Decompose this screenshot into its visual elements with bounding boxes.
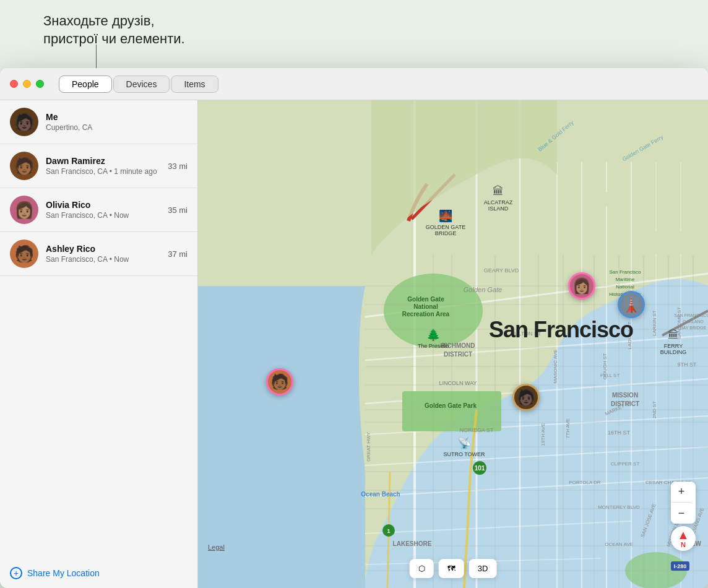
- pin-avatar-olivia: 👩🏽: [568, 272, 595, 300]
- map-pin-ferry-person[interactable]: 🗼: [618, 291, 645, 318]
- tooltip-area: Знаходьте друзів,пристрої чи елементи.: [0, 0, 198, 68]
- svg-text:19TH AVE: 19TH AVE: [540, 423, 546, 446]
- list-item-me[interactable]: 🧑🏿 Me Cupertino, CA: [0, 100, 197, 144]
- pin-avatar-ashley: 🧑🏾: [266, 368, 293, 396]
- city-name-label: San Francisco: [489, 317, 633, 343]
- location-button[interactable]: ⬡: [410, 559, 434, 578]
- list-item-ashley[interactable]: 🧑🏾 Ashley Rico San Francisco, CA • Now 3…: [0, 232, 197, 276]
- person-location-dawn: San Francisco, CA • 1 minute ago: [46, 167, 188, 176]
- svg-text:Ocean Beach: Ocean Beach: [361, 491, 400, 498]
- person-info-ashley: Ashley Rico San Francisco, CA • Now: [46, 244, 188, 264]
- svg-text:DISTRICT: DISTRICT: [444, 351, 472, 358]
- person-name-me: Me: [46, 112, 188, 122]
- main-window: People Devices Items 🧑🏿 Me Cupertino, CA…: [0, 68, 708, 588]
- svg-text:National: National: [616, 284, 634, 290]
- tooltip-text: Знаходьте друзів,пристрої чи елементи.: [12, 7, 185, 48]
- svg-text:National: National: [413, 303, 438, 310]
- person-name-olivia: Olivia Rico: [46, 200, 188, 210]
- svg-text:16TH ST: 16TH ST: [608, 430, 631, 436]
- ferry-label: FERRYBUILDING: [660, 343, 687, 355]
- map-pin-olivia[interactable]: 👩🏽: [568, 272, 595, 300]
- avatar-ashley: 🧑🏾: [10, 240, 38, 268]
- alcatraz-label: ALCATRAZISLAND: [484, 199, 512, 212]
- landmark-alcatraz: 🏛 ALCATRAZISLAND: [484, 185, 512, 212]
- svg-text:9TH ST: 9TH ST: [677, 361, 697, 368]
- traffic-lights: [10, 80, 44, 88]
- 3d-button[interactable]: 3D: [469, 559, 497, 578]
- tab-items[interactable]: Items: [171, 76, 218, 93]
- svg-text:MONTEREY BLVD: MONTEREY BLVD: [598, 504, 640, 510]
- svg-point-21: [647, 229, 690, 256]
- svg-text:1: 1: [387, 528, 390, 534]
- compass[interactable]: ▲ N: [671, 526, 696, 551]
- minimize-button[interactable]: [23, 80, 31, 88]
- avatar-me: 🧑🏿: [10, 108, 38, 136]
- tab-bar: People Devices Items: [59, 76, 218, 93]
- location-arrow-icon: ⬡: [418, 564, 425, 573]
- landmark-sutro: 📡 SUTRO TOWER: [443, 436, 485, 457]
- svg-text:LARKIN ST: LARKIN ST: [652, 310, 657, 335]
- sutro-icon: 📡: [443, 436, 485, 450]
- titlebar: People Devices Items: [0, 68, 708, 100]
- person-distance-olivia: 35 mi: [168, 205, 188, 215]
- close-button[interactable]: [10, 80, 18, 88]
- sidebar: 🧑🏿 Me Cupertino, CA 🧑🏾 Dawn Ramirez San …: [0, 100, 198, 588]
- content-area: 🧑🏿 Me Cupertino, CA 🧑🏾 Dawn Ramirez San …: [0, 100, 708, 588]
- svg-text:NORIEGA ST: NORIEGA ST: [459, 427, 494, 433]
- legal-link[interactable]: Legal: [208, 543, 225, 551]
- map-pin-ashley[interactable]: 🧑🏾: [266, 368, 293, 396]
- person-distance-ashley: 37 mi: [168, 249, 188, 259]
- svg-text:FELL ST: FELL ST: [600, 373, 620, 378]
- landmark-presidio: 🌲 The Presidio: [418, 328, 449, 349]
- svg-point-22: [597, 192, 622, 207]
- person-name-dawn: Dawn Ramirez: [46, 156, 188, 166]
- pin-avatar-dawn: 🧑🏿: [512, 384, 540, 411]
- map-svg: Blue & Gold Ferry Golden Gate Ferry Gold…: [198, 100, 708, 588]
- svg-text:Golden Gate: Golden Gate: [464, 286, 502, 293]
- person-distance-dawn: 33 mi: [168, 162, 188, 171]
- sidebar-spacer: [0, 276, 197, 558]
- svg-text:OCEAN AVE: OCEAN AVE: [605, 542, 633, 547]
- tab-devices[interactable]: Devices: [113, 76, 170, 93]
- tooltip-line: [96, 45, 97, 68]
- zoom-controls: + −: [671, 482, 696, 524]
- list-item-dawn[interactable]: 🧑🏾 Dawn Ramirez San Francisco, CA • 1 mi…: [0, 144, 197, 188]
- share-location-button[interactable]: + Share My Location: [0, 558, 197, 588]
- map-view-button[interactable]: 🗺: [439, 559, 464, 578]
- map-icon: 🗺: [447, 564, 455, 573]
- presidio-label: The Presidio: [418, 343, 449, 349]
- 3d-label: 3D: [478, 564, 488, 573]
- person-info-dawn: Dawn Ramirez San Francisco, CA • 1 minut…: [46, 156, 188, 176]
- svg-text:Maritime: Maritime: [616, 277, 635, 282]
- map-area[interactable]: Blue & Gold Ferry Golden Gate Ferry Gold…: [198, 100, 708, 588]
- svg-text:7TH AVE: 7TH AVE: [565, 418, 571, 438]
- person-info-me: Me Cupertino, CA: [46, 112, 188, 132]
- share-location-label: Share My Location: [27, 568, 100, 578]
- person-location-olivia: San Francisco, CA • Now: [46, 211, 188, 220]
- svg-text:Recreation Area: Recreation Area: [402, 311, 450, 318]
- svg-text:Golden Gate: Golden Gate: [407, 296, 444, 303]
- zoom-out-button[interactable]: −: [671, 503, 692, 524]
- zoom-in-button[interactable]: +: [671, 482, 692, 503]
- svg-text:PORTOLA DR: PORTOLA DR: [569, 480, 601, 485]
- svg-text:Golden Gate Park: Golden Gate Park: [425, 402, 477, 409]
- svg-text:MASONIC AVE: MASONIC AVE: [553, 350, 558, 384]
- alcatraz-icon: 🏛: [484, 185, 512, 198]
- ferry-icon: 🏛: [660, 329, 687, 342]
- pin-avatar-ferry: 🗼: [618, 291, 645, 318]
- map-pin-dawn[interactable]: 🧑🏿: [512, 384, 540, 411]
- person-info-olivia: Olivia Rico San Francisco, CA • Now: [46, 200, 188, 220]
- plus-circle-icon: +: [10, 567, 22, 579]
- presidio-icon: 🌲: [418, 328, 449, 342]
- svg-text:I-280: I-280: [674, 563, 687, 569]
- landmark-ferry: 🏛 FERRYBUILDING: [660, 329, 687, 355]
- sutro-label: SUTRO TOWER: [443, 451, 485, 457]
- svg-text:GREAT HWY: GREAT HWY: [366, 431, 371, 461]
- landmark-golden-gate: 🌉 GOLDEN GATEBRIDGE: [426, 209, 465, 236]
- tab-people[interactable]: People: [59, 76, 112, 93]
- svg-text:MISSION: MISSION: [612, 392, 638, 399]
- golden-gate-icon: 🌉: [426, 209, 465, 223]
- maximize-button[interactable]: [36, 80, 44, 88]
- compass-n-label: N: [681, 541, 686, 548]
- list-item-olivia[interactable]: 👩🏽 Olivia Rico San Francisco, CA • Now 3…: [0, 188, 197, 232]
